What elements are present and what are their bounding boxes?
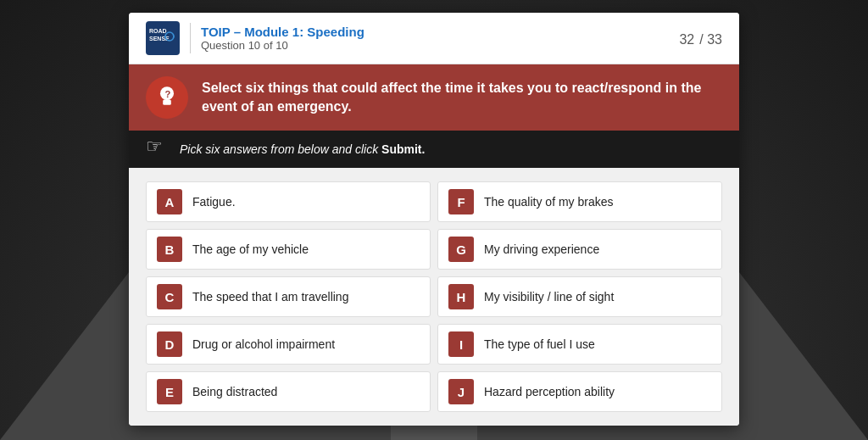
module-title: TOIP – Module 1: Speeding bbox=[201, 25, 364, 39]
score-separator: / bbox=[699, 32, 707, 47]
svg-text:ROAD: ROAD bbox=[149, 28, 167, 34]
brain-head-icon: ? bbox=[153, 84, 181, 111]
answer-text-g: My driving experience bbox=[484, 242, 599, 256]
answer-text-h: My visibility / line of sight bbox=[484, 290, 614, 304]
answer-letter-h: H bbox=[448, 284, 474, 309]
answer-item-j[interactable]: JHazard perception ability bbox=[437, 371, 722, 412]
header-title-group: TOIP – Module 1: Speeding Question 10 of… bbox=[201, 25, 364, 52]
answer-letter-e: E bbox=[157, 379, 182, 404]
answer-letter-i: I bbox=[448, 331, 474, 357]
answer-text-e: Being distracted bbox=[192, 385, 277, 398]
svg-rect-5 bbox=[163, 99, 171, 104]
score-display: 32 / 33 bbox=[679, 27, 722, 49]
answer-item-c[interactable]: CThe speed that I am travelling bbox=[146, 276, 431, 317]
question-label: Question 10 of 10 bbox=[201, 39, 364, 52]
answer-letter-b: B bbox=[157, 237, 182, 262]
answer-item-f[interactable]: FThe quality of my brakes bbox=[437, 181, 722, 222]
answer-item-a[interactable]: AFatigue. bbox=[146, 181, 431, 222]
answer-item-i[interactable]: IThe type of fuel I use bbox=[437, 324, 722, 365]
answer-item-b[interactable]: BThe age of my vehicle bbox=[146, 229, 431, 270]
answer-text-j: Hazard perception ability bbox=[484, 385, 615, 398]
question-banner: ? Select six things that could affect th… bbox=[129, 64, 739, 131]
score-current: 32 bbox=[679, 32, 694, 47]
question-icon-circle: ? bbox=[146, 76, 188, 119]
hand-click-icon: ☞ bbox=[146, 137, 170, 161]
header-left: ROAD SENSE TOIP – Module 1: Speeding Que… bbox=[146, 21, 364, 55]
answer-text-i: The type of fuel I use bbox=[484, 337, 595, 351]
question-text: Select six things that could affect the … bbox=[202, 79, 722, 117]
svg-text:?: ? bbox=[165, 89, 171, 99]
road-sense-logo: ROAD SENSE bbox=[146, 21, 180, 55]
answer-letter-a: A bbox=[157, 189, 182, 214]
logo-area: ROAD SENSE bbox=[146, 21, 180, 55]
score-total: 33 bbox=[707, 32, 722, 47]
answer-letter-c: C bbox=[157, 284, 182, 309]
answer-text-d: Drug or alcohol impairment bbox=[192, 337, 335, 351]
answer-text-b: The age of my vehicle bbox=[192, 242, 309, 256]
card-header: ROAD SENSE TOIP – Module 1: Speeding Que… bbox=[129, 13, 739, 64]
answer-letter-d: D bbox=[157, 331, 182, 357]
instruction-plain: Pick six answers from below and click bbox=[180, 142, 381, 156]
answer-text-a: Fatigue. bbox=[192, 195, 236, 209]
instruction-bold: Submit. bbox=[381, 142, 425, 156]
answer-text-f: The quality of my brakes bbox=[484, 195, 614, 209]
answer-item-d[interactable]: DDrug or alcohol impairment bbox=[146, 324, 431, 365]
instruction-bar: ☞ Pick six answers from below and click … bbox=[129, 131, 739, 168]
answers-grid: AFatigue.FThe quality of my brakesBThe a… bbox=[129, 168, 739, 426]
answer-item-h[interactable]: HMy visibility / line of sight bbox=[437, 276, 722, 317]
instruction-text: Pick six answers from below and click Su… bbox=[180, 142, 425, 156]
answer-letter-j: J bbox=[448, 379, 474, 404]
answer-item-g[interactable]: GMy driving experience bbox=[437, 229, 722, 270]
header-divider bbox=[190, 23, 191, 53]
quiz-card: ROAD SENSE TOIP – Module 1: Speeding Que… bbox=[129, 13, 739, 426]
answer-letter-g: G bbox=[448, 237, 474, 262]
answer-letter-f: F bbox=[448, 189, 474, 214]
answer-item-e[interactable]: EBeing distracted bbox=[146, 371, 431, 412]
answer-text-c: The speed that I am travelling bbox=[192, 290, 348, 304]
